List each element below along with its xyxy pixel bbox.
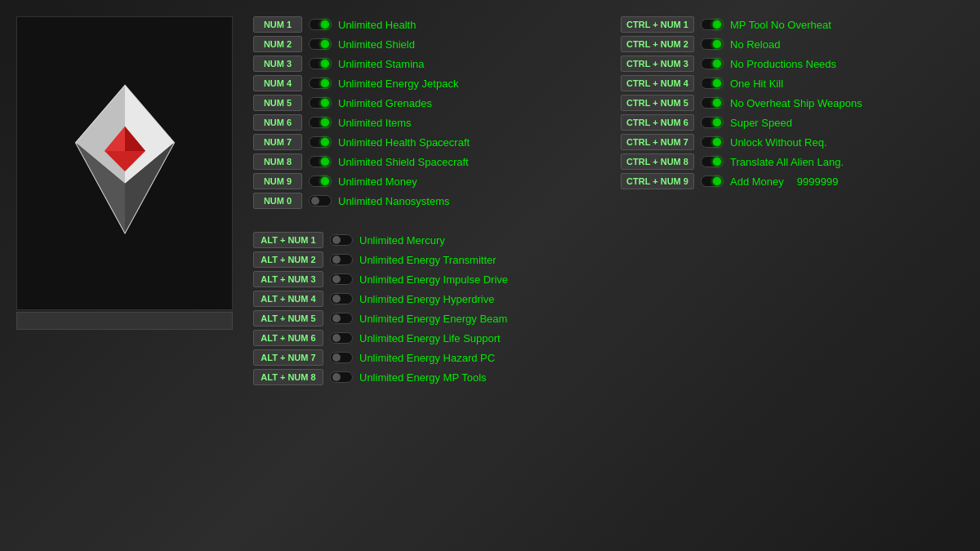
toggle[interactable] xyxy=(701,58,724,69)
toggle[interactable] xyxy=(701,78,724,89)
toggle[interactable] xyxy=(330,352,353,363)
toggle[interactable] xyxy=(330,293,353,304)
cheat-row: CTRL + NUM 7Unlock Without Req. xyxy=(621,134,972,150)
key-button[interactable]: ALT + NUM 7 xyxy=(253,349,323,366)
key-button[interactable]: CTRL + NUM 1 xyxy=(621,16,694,33)
key-button[interactable]: NUM 3 xyxy=(253,56,302,72)
toggle[interactable] xyxy=(701,176,724,187)
cheat-label: Unlimited Energy Energy Beam xyxy=(359,313,507,325)
cheat-row: NUM 7Unlimited Health Spacecraft xyxy=(253,134,604,150)
key-button[interactable]: ALT + NUM 4 xyxy=(253,291,323,307)
cheat-row: CTRL + NUM 5No Overheat Ship Weapons xyxy=(621,95,972,111)
cheat-label: No Reload xyxy=(730,38,780,51)
cheat-label: Unlimited Mercury xyxy=(359,234,445,247)
cheat-row: NUM 4Unlimited Energy Jetpack xyxy=(253,75,604,91)
cheat-row: NUM 2Unlimited Shield xyxy=(253,36,604,52)
columns-wrapper: NUM 1Unlimited HealthNUM 2Unlimited Shie… xyxy=(253,16,972,212)
cheat-row: ALT + NUM 1Unlimited Mercury xyxy=(253,232,972,248)
toggle[interactable] xyxy=(309,78,332,89)
toggle[interactable] xyxy=(309,136,332,148)
toggle[interactable] xyxy=(330,332,353,344)
key-button[interactable]: CTRL + NUM 9 xyxy=(621,173,694,189)
key-button[interactable]: CTRL + NUM 3 xyxy=(621,56,694,72)
toggle[interactable] xyxy=(701,19,724,30)
key-button[interactable]: CTRL + NUM 2 xyxy=(621,36,694,52)
key-button[interactable]: CTRL + NUM 6 xyxy=(621,114,694,131)
cheat-label: MP Tool No Overheat xyxy=(730,19,831,31)
cheat-row: CTRL + NUM 2No Reload xyxy=(621,36,972,52)
toggle[interactable] xyxy=(330,273,353,285)
key-button[interactable]: NUM 2 xyxy=(253,36,302,52)
cheat-row: CTRL + NUM 4One Hit Kill xyxy=(621,75,972,91)
key-button[interactable]: NUM 5 xyxy=(253,95,302,111)
cheat-label: Unlimited Items xyxy=(338,117,412,129)
cheat-row: NUM 5Unlimited Grenades xyxy=(253,95,604,111)
toggle[interactable] xyxy=(330,313,353,324)
toggle[interactable] xyxy=(330,371,353,383)
toggle[interactable] xyxy=(309,176,332,187)
key-button[interactable]: ALT + NUM 5 xyxy=(253,310,323,327)
cheat-row: ALT + NUM 4Unlimited Energy Hyperdrive xyxy=(253,291,972,307)
cheat-label: Unlimited Shield Spacecraft xyxy=(338,156,469,168)
key-button[interactable]: CTRL + NUM 4 xyxy=(621,75,694,91)
game-logo xyxy=(60,78,190,241)
key-button[interactable]: CTRL + NUM 8 xyxy=(621,153,694,170)
toggle[interactable] xyxy=(309,38,332,50)
cheat-row: NUM 1Unlimited Health xyxy=(253,16,604,33)
main-content: NUM 1Unlimited HealthNUM 2Unlimited Shie… xyxy=(253,16,972,389)
toggle[interactable] xyxy=(330,254,353,265)
cheat-row: ALT + NUM 2Unlimited Energy Transmitter xyxy=(253,251,972,268)
key-button[interactable]: NUM 0 xyxy=(253,193,302,209)
cheat-label: Unlimited Money xyxy=(338,176,417,188)
key-button[interactable]: CTRL + NUM 5 xyxy=(621,95,694,111)
cheat-label: Unlimited Health Spacecraft xyxy=(338,136,470,149)
toggle[interactable] xyxy=(309,97,332,109)
cheat-label: Unlimited Energy MP Tools xyxy=(359,371,487,384)
toggle[interactable] xyxy=(701,117,724,128)
toggle[interactable] xyxy=(701,156,724,167)
key-button[interactable]: ALT + NUM 8 xyxy=(253,369,323,385)
toggle[interactable] xyxy=(701,38,724,50)
cheat-row: CTRL + NUM 1MP Tool No Overheat xyxy=(621,16,972,33)
cheat-row: ALT + NUM 7Unlimited Energy Hazard PC xyxy=(253,349,972,366)
cheat-row: NUM 8Unlimited Shield Spacecraft xyxy=(253,153,604,170)
key-button[interactable]: NUM 1 xyxy=(253,16,302,33)
toggle[interactable] xyxy=(701,97,724,109)
toggle[interactable] xyxy=(309,156,332,167)
cheat-label: Unlimited Grenades xyxy=(338,97,432,109)
cheat-row: ALT + NUM 8Unlimited Energy MP Tools xyxy=(253,369,972,385)
cheat-label: Unlimited Shield xyxy=(338,38,415,51)
cheat-label: Unlimited Energy Transmitter xyxy=(359,254,497,266)
cheat-label: Unlimited Energy Hazard PC xyxy=(359,352,495,364)
cheat-row: CTRL + NUM 9Add Money9999999 xyxy=(621,173,972,189)
cheat-label: Unlock Without Req. xyxy=(730,136,827,149)
key-button[interactable]: NUM 6 xyxy=(253,114,302,131)
cheat-label: No Productions Needs xyxy=(730,58,836,70)
alt-cheats-left: ALT + NUM 1Unlimited MercuryALT + NUM 2U… xyxy=(253,232,972,389)
logo-box xyxy=(16,16,233,310)
key-button[interactable]: NUM 7 xyxy=(253,134,302,150)
toggle[interactable] xyxy=(309,19,332,30)
num-cheats-col: NUM 1Unlimited HealthNUM 2Unlimited Shie… xyxy=(253,16,604,212)
cheat-row: CTRL + NUM 6Super Speed xyxy=(621,114,972,131)
cheat-label: Add Money xyxy=(730,176,784,188)
cheat-row: ALT + NUM 5Unlimited Energy Energy Beam xyxy=(253,310,972,327)
key-button[interactable]: CTRL + NUM 7 xyxy=(621,134,694,150)
cheat-row: NUM 6Unlimited Items xyxy=(253,114,604,131)
toggle[interactable] xyxy=(309,195,332,207)
key-button[interactable]: ALT + NUM 3 xyxy=(253,271,323,287)
key-button[interactable]: ALT + NUM 6 xyxy=(253,330,323,346)
key-button[interactable]: NUM 4 xyxy=(253,75,302,91)
trainer-label-box xyxy=(16,312,233,330)
cheat-label: Unlimited Stamina xyxy=(338,58,425,70)
toggle[interactable] xyxy=(330,234,353,246)
key-button[interactable]: NUM 8 xyxy=(253,153,302,170)
cheat-label: One Hit Kill xyxy=(730,78,783,90)
toggle[interactable] xyxy=(701,136,724,148)
key-button[interactable]: ALT + NUM 1 xyxy=(253,232,323,248)
cheat-label: Unlimited Energy Life Support xyxy=(359,332,501,344)
key-button[interactable]: ALT + NUM 2 xyxy=(253,251,323,268)
key-button[interactable]: NUM 9 xyxy=(253,173,302,189)
toggle[interactable] xyxy=(309,117,332,128)
toggle[interactable] xyxy=(309,58,332,69)
